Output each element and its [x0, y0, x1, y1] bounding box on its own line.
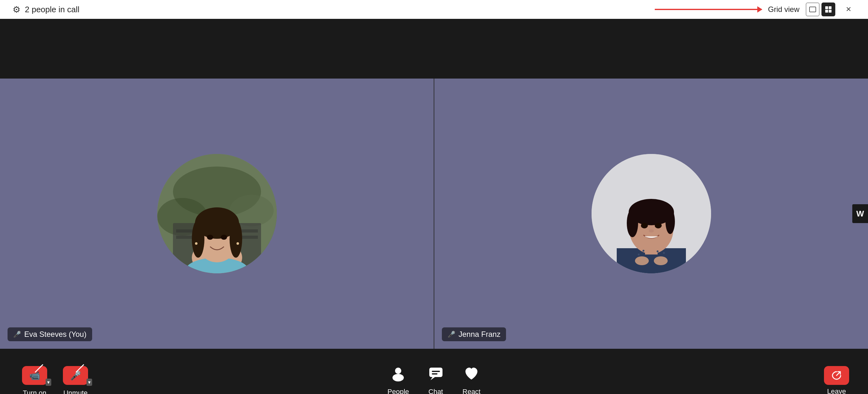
arrow-indicator: [655, 9, 762, 10]
react-button[interactable]: React: [463, 366, 480, 394]
svg-marker-46: [431, 377, 435, 380]
camera-icon-wrapper: 📹 ▾: [21, 364, 49, 387]
chat-button[interactable]: Chat: [428, 366, 444, 394]
bottom-bar: 📹 ▾ Turn on 🎤 ▾ Unmute: [0, 349, 868, 394]
arrow-line: [655, 9, 762, 10]
react-label: React: [463, 388, 480, 394]
jenna-avatar: [592, 154, 711, 273]
view-toggle-group: [806, 2, 835, 17]
video-cell-jenna: 🎤 Jenna Franz W: [434, 78, 868, 349]
svg-point-42: [657, 251, 658, 252]
svg-point-38: [649, 229, 654, 232]
svg-point-29: [654, 256, 668, 265]
svg-rect-2: [829, 6, 832, 9]
svg-rect-35: [629, 212, 674, 220]
people-icon: [390, 366, 406, 385]
svg-rect-4: [829, 10, 832, 12]
people-button[interactable]: People: [388, 366, 409, 394]
svg-point-36: [641, 223, 648, 228]
mic-off-icon-jenna: 🎤: [447, 331, 455, 338]
mic-off-btn: 🎤: [63, 366, 88, 385]
svg-rect-3: [825, 10, 828, 12]
svg-point-22: [237, 242, 239, 245]
mic-off-icon-eva: 🎤: [13, 331, 21, 338]
participant-name-jenna: 🎤 Jenna Franz: [442, 327, 506, 341]
svg-line-49: [837, 372, 840, 375]
svg-point-39: [638, 254, 640, 256]
webex-badge: W: [852, 204, 868, 223]
mic-icon-wrapper: 🎤 ▾: [61, 364, 90, 387]
svg-rect-1: [825, 6, 828, 9]
mic-label: Unmute: [63, 389, 87, 394]
mic-toggle-button[interactable]: 🎤 ▾ Unmute: [60, 364, 91, 394]
participant-name-eva: 🎤 Eva Steeves (You): [7, 327, 92, 341]
camera-off-btn: 📹: [22, 366, 47, 385]
svg-rect-18: [195, 223, 239, 229]
svg-point-41: [663, 252, 665, 254]
svg-point-37: [655, 223, 662, 228]
svg-rect-47: [432, 371, 440, 372]
grid-view-label: Grid view: [768, 5, 800, 14]
gear-icon[interactable]: ⚙: [12, 4, 21, 15]
video-grid: 🎤 Eva Steeves (You): [0, 78, 868, 349]
react-icon: [464, 366, 479, 385]
svg-rect-45: [429, 368, 442, 377]
chat-label: Chat: [428, 388, 443, 394]
leave-icon: [824, 366, 849, 385]
mic-chevron[interactable]: ▾: [87, 379, 92, 386]
svg-point-28: [635, 256, 649, 265]
dark-strip: [0, 19, 868, 78]
eva-avatar: [157, 154, 277, 273]
call-status: 2 people in call: [25, 5, 79, 14]
top-bar-left: ⚙ 2 people in call: [12, 4, 79, 15]
svg-point-43: [395, 368, 401, 374]
bottom-center-controls: People Chat React: [388, 366, 480, 394]
people-label: People: [388, 388, 409, 394]
top-bar: ⚙ 2 people in call Grid view ✕: [0, 0, 868, 19]
camera-toggle-button[interactable]: 📹 ▾ Turn on: [19, 364, 50, 394]
svg-point-40: [643, 250, 644, 252]
single-view-button[interactable]: [806, 2, 819, 17]
grid-view-button[interactable]: [822, 2, 835, 17]
top-bar-right: Grid view ✕: [655, 2, 856, 17]
svg-rect-0: [809, 7, 816, 12]
svg-point-44: [393, 374, 404, 382]
svg-rect-48: [432, 373, 437, 374]
camera-chevron[interactable]: ▾: [45, 379, 51, 386]
svg-point-19: [207, 235, 213, 240]
svg-point-20: [221, 235, 227, 240]
video-cell-eva: 🎤 Eva Steeves (You): [0, 78, 434, 349]
chat-icon: [428, 366, 444, 385]
leave-label: Leave: [827, 387, 846, 394]
bottom-left-controls: 📹 ▾ Turn on 🎤 ▾ Unmute: [19, 364, 91, 394]
svg-point-21: [195, 242, 197, 245]
close-button[interactable]: ✕: [842, 2, 856, 17]
bottom-right-controls: Leave: [824, 366, 849, 394]
camera-label: Turn on: [23, 389, 46, 394]
leave-button[interactable]: Leave: [824, 366, 849, 394]
